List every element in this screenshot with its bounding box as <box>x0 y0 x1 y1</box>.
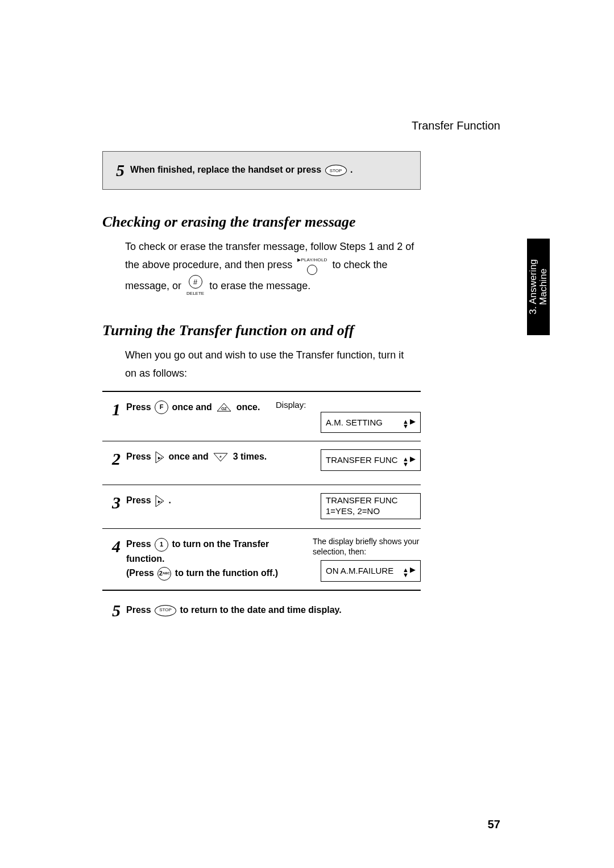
step-number: 5 <box>109 161 125 180</box>
step-row-2: 2 Press ▶/ once and # 3 times. TRANSFER … <box>102 441 421 485</box>
section-heading-check-erase: Checking or erasing the transfer message <box>102 214 421 231</box>
step-row-3: 3 Press ▶/ . TRANSFER FUNC 1=YES, 2=NO <box>102 485 421 528</box>
svg-text:▶/: ▶/ <box>157 456 162 460</box>
svg-text:▶/: ▶/ <box>157 500 162 503</box>
page-header: Transfer Function <box>412 119 500 132</box>
step-number: 4 <box>102 538 121 555</box>
svg-text:OZ: OZ <box>221 407 227 411</box>
section1-p1c: to erase the message. <box>209 280 310 291</box>
section2-intro: When you go out and wish to use the Tran… <box>125 346 415 383</box>
play-hold-key-icon: ▶PLAY/HOLD <box>297 256 327 275</box>
step5-text-b: . <box>350 165 352 174</box>
step-row-1: 1 Press F once and OZ once. Display: A <box>102 392 421 441</box>
step5-text-a: When finished, replace the handset or pr… <box>130 165 324 174</box>
right-arrow-key-icon: ▶/ <box>155 494 165 508</box>
down-arrow-key-icon: # <box>212 452 229 463</box>
section1-body: To check or erase the transfer message, … <box>125 237 415 298</box>
chapter-tab-line1: 3. Answering <box>528 259 538 314</box>
display-note: The display briefly shows your selection… <box>313 537 421 557</box>
right-arrow-key-icon: ▶/ <box>155 450 165 465</box>
display-label: Display: <box>276 400 306 410</box>
section-heading-onoff: Turning the Transfer function on and off <box>102 322 421 339</box>
chapter-tab: 3. Answering Machine <box>527 239 550 335</box>
step5-top-box: 5 When finished, replace the handset or … <box>102 151 421 190</box>
one-key-icon: 1 <box>155 538 168 552</box>
step-row-4: 4 Press 1 to turn on the Transfer functi… <box>102 528 421 590</box>
svg-text:#: # <box>220 455 222 458</box>
lcd-display: ON A.M.FAILURE ▲▼▶ <box>321 560 421 582</box>
stop-key-icon: STOP <box>325 165 347 176</box>
lcd-display: TRANSFER FUNC ▲▼▶ <box>321 449 421 471</box>
f-key-icon: F <box>155 400 168 414</box>
step-row-5: 5 Press STOP to return to the date and t… <box>102 594 421 619</box>
steps-block: 1 Press F once and OZ once. Display: A <box>102 391 421 591</box>
step-number: 2 <box>102 450 121 468</box>
stop-key-icon: STOP <box>155 605 176 616</box>
page-number: 57 <box>488 818 500 831</box>
hash-delete-key-icon: # DELETE <box>186 275 204 298</box>
step-number: 5 <box>102 602 121 619</box>
two-key-icon: 2ABC <box>157 567 171 581</box>
step-number: 1 <box>102 401 121 418</box>
step-number: 3 <box>102 494 121 511</box>
lcd-display: A.M. SETTING ▲▼▶ <box>321 412 421 433</box>
lcd-display: TRANSFER FUNC 1=YES, 2=NO <box>321 493 421 519</box>
chapter-tab-line2: Machine <box>538 269 549 305</box>
up-arrow-key-icon: OZ <box>215 402 233 413</box>
